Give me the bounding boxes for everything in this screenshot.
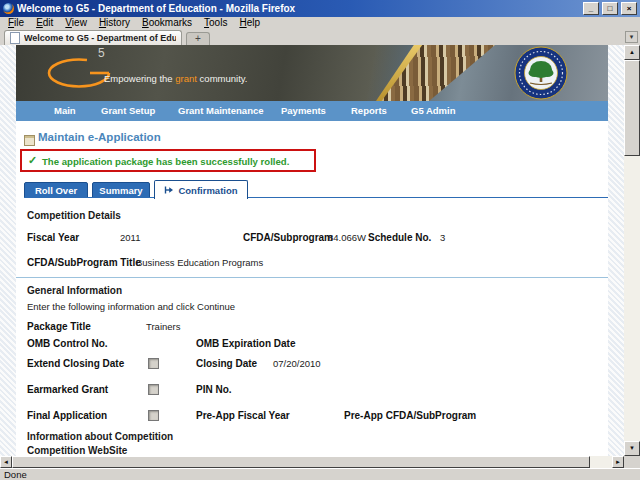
preapp-fiscal-year-label: Pre-App Fiscal Year [196,410,290,421]
nav-main[interactable]: Main [54,101,76,121]
final-application-checkbox[interactable] [148,410,159,421]
scroll-down-button[interactable]: ▼ [624,441,640,456]
menu-help[interactable]: Help [233,17,266,29]
tab-confirmation[interactable]: Confirmation [154,180,248,199]
final-application-label: Final Application [27,410,107,421]
page-icon [10,32,20,44]
extend-closing-checkbox[interactable] [148,358,159,369]
program-title-value: Business Education Programs [136,257,263,268]
schedule-label: Schedule No. [368,232,431,243]
scroll-up-button[interactable]: ▲ [624,45,640,60]
program-title-label: CFDA/SubProgram Title [27,257,141,268]
nav-payments[interactable]: Payments [281,101,326,121]
schedule-value: 3 [440,232,445,243]
menu-tools[interactable]: Tools [198,17,233,29]
window-title: Welcome to G5 - Department of Education … [17,3,580,14]
g5-banner: 5 Empowering the grant community. [16,45,608,101]
g5-logo-icon [46,57,112,89]
menu-view[interactable]: View [59,17,93,29]
fiscal-year-value: 2011 [120,232,140,243]
new-tab-button[interactable]: + [186,32,210,45]
restore-button[interactable]: □ [602,2,618,15]
nav-g5-admin[interactable]: G5 Admin [411,101,456,121]
cfda-label: CFDA/Subprogram [243,232,333,243]
horizontal-scrollbar[interactable]: ◄ ► [0,456,624,468]
earmarked-label: Earmarked Grant [27,384,108,395]
status-text: Done [4,469,27,480]
banner-tagline: Empowering the grant community. [104,73,247,84]
tab-summary[interactable]: Summary [92,182,150,198]
info-about-competition-label: Information about Competition [27,431,173,442]
browser-window: Welcome to G5 - Department of Education … [0,0,640,480]
package-title-row: Package Title Trainers [16,321,608,335]
nav-reports[interactable]: Reports [351,101,387,121]
final-application-row: Final Application Pre-App Fiscal Year Pr… [16,410,608,424]
section-divider [16,277,608,278]
horizontal-scroll-thumb[interactable] [12,456,590,468]
omb-row: OMB Control No. OMB Expiration Date [16,338,608,352]
menu-bar: File Edit View History Bookmarks Tools H… [0,17,640,29]
close-button[interactable]: × [621,2,637,15]
check-icon: ✓ [28,154,37,167]
extend-closing-row: Extend Closing Date Closing Date 07/20/2… [16,358,608,372]
fiscal-year-label: Fiscal Year [27,232,79,243]
vertical-scroll-thumb[interactable] [624,60,640,156]
nav-grant-setup[interactable]: Grant Setup [101,101,155,121]
minimize-button[interactable]: _ [583,2,599,15]
closing-date-label: Closing Date [196,358,257,369]
list-tabs-button[interactable]: ▾ [625,31,638,43]
scroll-left-button[interactable]: ◄ [0,456,12,468]
fiscal-year-row: Fiscal Year 2011 CFDA/Subprogram 84.066W… [16,232,608,246]
closing-date-value: 07/20/2010 [273,358,321,369]
omb-control-label: OMB Control No. [27,338,108,349]
title-bar: Welcome to G5 - Department of Education … [0,0,640,17]
department-of-education-seal [514,46,568,100]
confirmation-arrow-icon [164,185,174,195]
tab-roll-over[interactable]: Roll Over [24,182,88,198]
vertical-scrollbar[interactable]: ▲ ▼ [624,45,640,456]
competition-details-title: Competition Details [27,210,121,221]
cfda-value: 84.066W [328,232,366,243]
status-bar: Done [0,468,640,480]
pin-label: PIN No. [196,384,232,395]
success-message-box: ✓ The application package has been succe… [20,149,316,172]
menu-history[interactable]: History [93,17,136,29]
g5-logo-number: 5 [98,46,105,60]
package-title-label: Package Title [27,321,91,332]
tab-confirmation-label: Confirmation [178,185,237,196]
program-title-row: CFDA/SubProgram Title Business Education… [16,257,608,271]
instructions-text: Enter the following information and clic… [27,301,235,312]
menu-edit[interactable]: Edit [30,17,59,29]
menu-bookmarks[interactable]: Bookmarks [136,17,198,29]
site-nav-bar: Main Grant Setup Grant Maintenance Payme… [16,101,608,121]
success-message: The application package has been success… [42,156,289,167]
extend-closing-label: Extend Closing Date [27,358,124,369]
browser-tab[interactable]: Welcome to G5 - Department of Edu... [4,30,182,45]
scroll-right-button[interactable]: ► [612,456,624,468]
competition-website-label: Competition WebSite [27,445,127,456]
nav-grant-maintenance[interactable]: Grant Maintenance [178,101,264,121]
preapp-cfda-label: Pre-App CFDA/SubProgram [344,410,476,421]
earmarked-row: Earmarked Grant PIN No. [16,384,608,398]
scrollbar-corner [624,456,640,468]
package-title-value: Trainers [146,321,181,332]
general-information-title: General Information [27,285,122,296]
browser-tab-title: Welcome to G5 - Department of Edu... [24,33,176,43]
omb-expiration-label: OMB Expiration Date [196,338,295,349]
earmarked-checkbox[interactable] [148,384,159,395]
page-content: 5 Empowering the grant community. Main G… [16,45,608,456]
browser-tab-strip: Welcome to G5 - Department of Edu... + ▾ [0,29,640,45]
window-icon [24,135,35,146]
page-viewport: 5 Empowering the grant community. Main G… [0,45,624,456]
tab-underline [24,197,608,198]
firefox-icon [3,3,14,14]
menu-file[interactable]: File [2,17,30,29]
page-title: Maintain e-Application [38,131,161,143]
